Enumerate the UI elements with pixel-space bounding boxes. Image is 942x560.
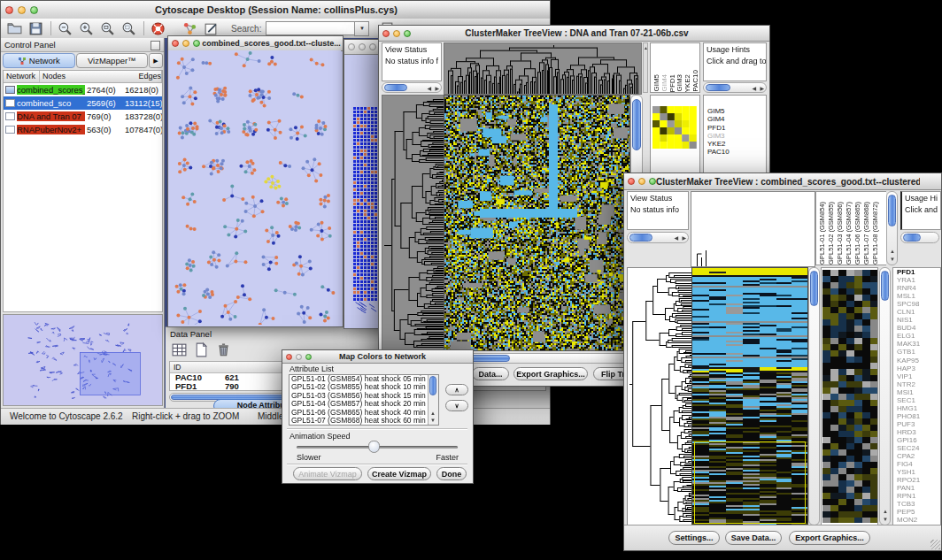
- row-label[interactable]: GIM5: [705, 107, 730, 115]
- zoom-heatmap[interactable]: [822, 270, 877, 523]
- column-label[interactable]: YKE2: [683, 74, 691, 92]
- minimize-icon[interactable]: [393, 30, 400, 37]
- search-dropdown-icon[interactable]: ▼: [354, 21, 369, 36]
- tab-vizmapper[interactable]: VizMapper™: [76, 53, 149, 68]
- slider-thumb[interactable]: [368, 441, 380, 453]
- table-icon[interactable]: [171, 341, 188, 358]
- minimize-icon[interactable]: [182, 40, 189, 47]
- gene-label[interactable]: PHO81: [893, 412, 940, 420]
- scroll-up-icon[interactable]: ▲: [430, 410, 436, 416]
- gene-label[interactable]: VIP1: [893, 372, 940, 380]
- export-graphics-button[interactable]: Export Graphics...: [513, 367, 588, 380]
- minimize-icon[interactable]: [18, 6, 26, 14]
- gene-label[interactable]: PAN1: [893, 484, 940, 492]
- gene-label[interactable]: NTR2: [893, 380, 940, 388]
- view-status-scrollbar[interactable]: ◀ ▶: [627, 232, 689, 243]
- new-document-icon[interactable]: [193, 341, 210, 358]
- gene-label[interactable]: YSH1: [893, 468, 940, 476]
- gene-label[interactable]: PFD1: [893, 268, 940, 276]
- row-dendrogram[interactable]: [382, 95, 444, 351]
- column-header[interactable]: Network: [4, 71, 40, 82]
- row-label[interactable]: GIM3: [705, 132, 730, 140]
- network-overview[interactable]: [3, 314, 163, 406]
- save-data-button[interactable]: Save Data...: [725, 531, 782, 545]
- network-row[interactable]: combined_sco 2569(6) 13112(15): [4, 96, 162, 110]
- maximize-icon[interactable]: [305, 354, 312, 360]
- maximize-icon[interactable]: [649, 178, 656, 185]
- move-down-button[interactable]: ∨: [445, 400, 468, 411]
- dialog-titlebar[interactable]: Map Colors to Network: [282, 350, 473, 364]
- row-label[interactable]: PFD1: [705, 124, 730, 132]
- usage-hints-scrollbar[interactable]: [900, 232, 939, 243]
- heatmap[interactable]: [691, 267, 808, 525]
- frame-titlebar[interactable]: combined_scores_good.txt--cluste...: [168, 36, 343, 51]
- gene-label[interactable]: FIG4: [893, 460, 940, 468]
- scroll-left-icon[interactable]: ◀: [752, 86, 756, 91]
- gene-label[interactable]: MSI1: [893, 388, 940, 396]
- row-label[interactable]: PAC10: [705, 148, 730, 156]
- column-label[interactable]: GPL51-03 (GSM856): [836, 202, 845, 265]
- close-icon[interactable]: [5, 6, 13, 14]
- help-lifebuoy-icon[interactable]: [151, 21, 166, 36]
- scroll-right-icon[interactable]: ▶: [435, 86, 439, 91]
- column-label[interactable]: GIM5: [652, 74, 660, 92]
- scroll-up-icon[interactable]: ▲: [890, 249, 895, 254]
- scroll-up-icon[interactable]: ▲: [644, 45, 648, 50]
- tab-overflow-icon[interactable]: ▶: [149, 53, 163, 68]
- gene-label[interactable]: GPI16: [893, 436, 940, 444]
- treeview1-titlebar[interactable]: ClusterMaker TreeView : DNA and Tran 07-…: [379, 26, 769, 42]
- zoom-in-icon[interactable]: [79, 21, 94, 36]
- network-canvas[interactable]: [168, 50, 341, 325]
- gene-label[interactable]: HAP3: [893, 364, 940, 372]
- maximize-icon[interactable]: [193, 40, 200, 47]
- treeview2-titlebar[interactable]: ClusterMaker TreeView : combined_scores_…: [624, 173, 941, 190]
- network-nodes-icon[interactable]: [182, 21, 197, 36]
- zoom-fit-icon[interactable]: [121, 21, 136, 36]
- column-dendrogram[interactable]: [691, 191, 815, 267]
- zoom-vscrollbar[interactable]: ▲ ▼: [879, 267, 891, 525]
- annotation-icon[interactable]: [204, 21, 219, 36]
- move-up-button[interactable]: ∧: [445, 384, 468, 395]
- column-label[interactable]: GPL51-07 (GSM868): [862, 202, 871, 265]
- scroll-right-icon[interactable]: ▶: [760, 86, 764, 91]
- create-vizmap-button[interactable]: Create Vizmap: [367, 467, 431, 480]
- gene-label[interactable]: NIS1: [893, 316, 940, 324]
- gene-label[interactable]: CLN1: [893, 308, 940, 316]
- gene-label[interactable]: MSL1: [893, 292, 940, 300]
- gene-label[interactable]: PUF3: [893, 420, 940, 428]
- gene-label[interactable]: ELG1: [893, 332, 940, 340]
- minimize-icon[interactable]: [296, 354, 302, 360]
- close-icon[interactable]: [628, 178, 635, 185]
- close-icon[interactable]: [286, 354, 292, 360]
- search-input[interactable]: ▼: [266, 21, 356, 35]
- close-icon[interactable]: [348, 43, 355, 50]
- done-button[interactable]: Done: [436, 467, 467, 480]
- labels-vscrollbar[interactable]: ▲ ▼: [886, 191, 898, 265]
- trash-icon[interactable]: [215, 341, 232, 358]
- attribute-list-scrollbar[interactable]: ▲ ▼: [428, 375, 438, 425]
- gene-label[interactable]: SEC24: [893, 444, 940, 452]
- row-dendrogram[interactable]: [627, 267, 692, 525]
- column-dendrogram[interactable]: [444, 42, 642, 95]
- scroll-down-icon[interactable]: ▼: [883, 517, 888, 522]
- column-label[interactable]: GPL51-08 (GSM872): [871, 202, 880, 265]
- tab-network[interactable]: Network: [3, 53, 75, 68]
- scroll-left-icon[interactable]: ◀: [427, 86, 431, 91]
- save-data-button[interactable]: Data...: [472, 367, 509, 380]
- gene-label[interactable]: CPA2: [893, 452, 940, 460]
- gene-label[interactable]: TCB3: [893, 500, 940, 508]
- heatmap[interactable]: [444, 95, 630, 351]
- attribute-list[interactable]: GPL51-01 (GSM854) heat shock 05 minGPL51…: [289, 374, 439, 426]
- split-strip[interactable]: ▲: [643, 42, 648, 93]
- attribute-item[interactable]: GPL51-07 (GSM868) heat shock 60 min: [290, 417, 438, 425]
- maximize-icon[interactable]: [30, 6, 38, 14]
- resize-grip[interactable]: [930, 540, 940, 549]
- gene-label[interactable]: KAP95: [893, 357, 940, 364]
- network-row[interactable]: RNAPuberNov2+ 563(0) 107847(0): [4, 123, 162, 136]
- gene-label[interactable]: PEP5: [893, 508, 940, 516]
- gene-label[interactable]: BUD4: [893, 324, 940, 332]
- scroll-down-icon[interactable]: ▼: [430, 418, 436, 423]
- column-label[interactable]: GPL51-01 (GSM854): [818, 202, 827, 265]
- maximize-icon[interactable]: [404, 30, 411, 37]
- settings-button[interactable]: Settings...: [668, 531, 720, 545]
